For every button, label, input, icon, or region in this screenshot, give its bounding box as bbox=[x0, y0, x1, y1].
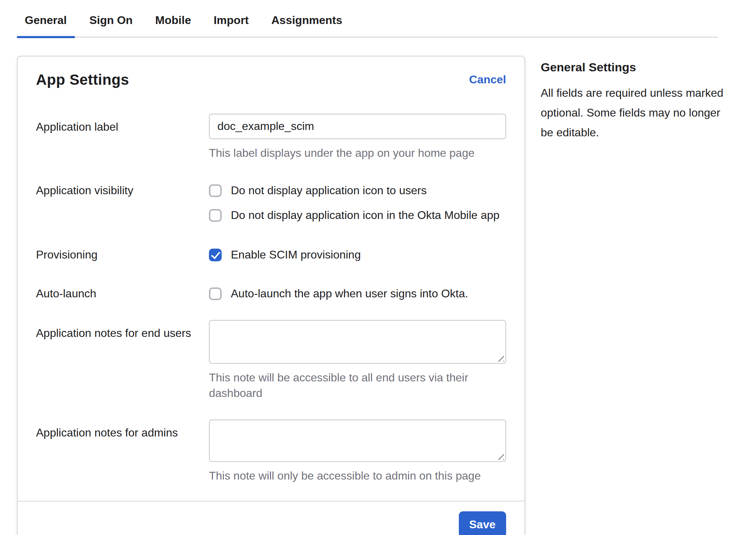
end-user-notes-hint: This note will be accessible to all end … bbox=[209, 370, 506, 401]
auto-launch-checkbox[interactable] bbox=[209, 287, 222, 300]
help-sidebar: General Settings All fields are required… bbox=[541, 56, 730, 143]
app-tab-bar: General Sign On Mobile Import Assignment… bbox=[17, 0, 718, 37]
visibility-users-option: Do not display application icon to users bbox=[209, 183, 506, 198]
application-label-label: Application label bbox=[36, 114, 209, 161]
auto-launch-option-label: Auto-launch the app when user signs into… bbox=[231, 286, 468, 302]
provisioning-label: Provisioning bbox=[36, 247, 209, 263]
auto-launch-label: Auto-launch bbox=[36, 286, 209, 302]
tab-sign-on[interactable]: Sign On bbox=[82, 13, 140, 37]
provisioning-option: Enable SCIM provisioning bbox=[209, 247, 506, 263]
app-settings-card: App Settings Cancel Application label Th… bbox=[17, 56, 525, 535]
hide-icon-users-label: Do not display application icon to users bbox=[231, 183, 427, 198]
hide-icon-mobile-label: Do not display application icon in the O… bbox=[231, 208, 499, 223]
visibility-mobile-option: Do not display application icon in the O… bbox=[209, 208, 506, 223]
card-footer: Save bbox=[18, 501, 524, 535]
application-visibility-row: Application visibility Do not display ap… bbox=[36, 183, 506, 223]
application-label-input[interactable] bbox=[209, 114, 506, 139]
admin-notes-hint: This note will only be accessible to adm… bbox=[209, 468, 506, 484]
sidebar-description: All fields are required unless marked op… bbox=[541, 83, 730, 143]
page: General Sign On Mobile Import Assignment… bbox=[0, 0, 756, 535]
enable-scim-checkbox[interactable] bbox=[209, 249, 222, 261]
tab-assignments[interactable]: Assignments bbox=[264, 13, 350, 37]
tab-import[interactable]: Import bbox=[206, 13, 257, 37]
application-visibility-label: Application visibility bbox=[36, 183, 209, 223]
application-label-hint: This label displays under the app on you… bbox=[209, 145, 506, 161]
sidebar-title: General Settings bbox=[541, 61, 730, 75]
tab-general[interactable]: General bbox=[17, 13, 74, 37]
application-label-row: Application label This label displays un… bbox=[36, 114, 506, 161]
auto-launch-row: Auto-launch Auto-launch the app when use… bbox=[36, 286, 506, 302]
cancel-link[interactable]: Cancel bbox=[469, 73, 506, 86]
tab-mobile[interactable]: Mobile bbox=[148, 13, 199, 37]
end-user-notes-row: Application notes for end users This not… bbox=[36, 320, 506, 401]
enable-scim-label: Enable SCIM provisioning bbox=[231, 247, 361, 263]
admin-notes-row: Application notes for admins This note w… bbox=[36, 420, 506, 484]
auto-launch-option: Auto-launch the app when user signs into… bbox=[209, 286, 506, 302]
card-header: App Settings Cancel bbox=[36, 71, 506, 88]
hide-icon-users-checkbox[interactable] bbox=[209, 184, 222, 197]
card-title: App Settings bbox=[36, 71, 129, 88]
provisioning-row: Provisioning Enable SCIM provisioning bbox=[36, 247, 506, 263]
save-button[interactable]: Save bbox=[458, 511, 506, 535]
admin-notes-textarea[interactable] bbox=[209, 420, 506, 462]
hide-icon-mobile-checkbox[interactable] bbox=[209, 209, 222, 222]
admin-notes-label: Application notes for admins bbox=[36, 420, 209, 484]
main-content: App Settings Cancel Application label Th… bbox=[17, 56, 756, 535]
end-user-notes-textarea[interactable] bbox=[209, 320, 506, 364]
end-user-notes-label: Application notes for end users bbox=[36, 320, 209, 401]
